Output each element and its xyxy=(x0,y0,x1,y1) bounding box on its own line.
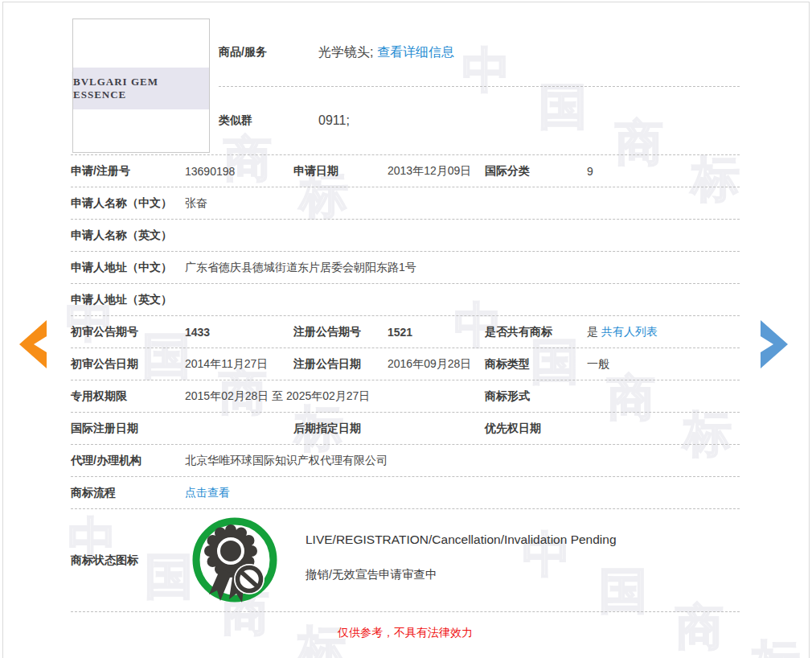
first-pub-date-value: 2014年11月27日 xyxy=(185,357,293,372)
content-area: BVLGARI GEM ESSENCE 商品/服务 光学镜头; 查看详细信息 类… xyxy=(0,0,812,658)
row-applicant-name-cn: 申请人名称（中文） 张奋 xyxy=(71,187,740,220)
applicant-cn-label: 申请人名称（中文） xyxy=(71,196,185,211)
is-shared-label: 是否共有商标 xyxy=(485,325,587,339)
first-pub-date-label: 初审公告日期 xyxy=(71,357,185,372)
status-label: 商标状态图标 xyxy=(71,509,138,611)
app-date-label: 申请日期 xyxy=(293,164,388,179)
intl-class-value: 9 xyxy=(587,165,740,178)
similar-group-value: 0911; xyxy=(318,113,350,128)
disclaimer-row: 仅供参考，不具有法律效力 xyxy=(71,612,740,652)
reg-no-label: 申请/注册号 xyxy=(71,164,185,179)
row-publication-numbers: 初审公告期号 1433 注册公告期号 1521 是否共有商标 是 共有人列表 xyxy=(71,316,740,348)
intl-class-label: 国际分类 xyxy=(485,164,587,179)
trademark-image-text: BVLGARI GEM ESSENCE xyxy=(73,68,209,109)
row-publication-dates: 初审公告日期 2014年11月27日 注册公告日期 2016年09月28日 商标… xyxy=(71,348,740,380)
priority-date-label: 优先权日期 xyxy=(485,422,587,436)
agency-label: 代理/办理机构 xyxy=(71,454,185,468)
trademark-detail-page: 中国商标中国商标中国商标中国商标中国商标中国商标 BVLGARI GEM ESS… xyxy=(0,0,812,658)
row-applicant-address-cn: 申请人地址（中文） 广东省德庆县德城街道东片居委会朝阳东路1号 xyxy=(71,252,740,284)
status-text-english: LIVE/REGISTRATION/Cancellation/Invalidat… xyxy=(306,533,617,547)
first-pub-no-value: 1433 xyxy=(185,326,293,339)
first-pub-no-label: 初审公告期号 xyxy=(71,325,185,339)
trademark-image: BVLGARI GEM ESSENCE xyxy=(72,19,210,153)
row-agency: 代理/办理机构 北京华唯环球国际知识产权代理有限公司 xyxy=(71,445,740,477)
chevron-right-icon xyxy=(759,319,791,370)
applicant-en-label: 申请人名称（英文） xyxy=(71,228,185,243)
app-date-value: 2013年12月09日 xyxy=(388,164,485,179)
applicant-cn-value: 张奋 xyxy=(185,196,740,211)
click-to-view-link[interactable]: 点击查看 xyxy=(185,486,230,499)
previous-record-button[interactable] xyxy=(16,319,48,370)
reg-pub-no-label: 注册公告期号 xyxy=(293,325,388,339)
goods-services-value: 光学镜头; xyxy=(318,44,373,61)
row-registration-number: 申请/注册号 13690198 申请日期 2013年12月09日 国际分类 9 xyxy=(71,155,740,187)
chevron-left-icon xyxy=(16,319,48,370)
intl-reg-date-label: 国际注册日期 xyxy=(71,422,185,436)
addr-cn-value: 广东省德庆县德城街道东片居委会朝阳东路1号 xyxy=(185,261,740,275)
row-exclusive-period: 专用权期限 2015年02月28日 至 2025年02月27日 商标形式 xyxy=(71,380,740,413)
row-applicant-address-en: 申请人地址（英文） xyxy=(71,284,740,316)
status-text-chinese: 撤销/无效宣告申请审查中 xyxy=(306,567,437,582)
row-process: 商标流程 点击查看 xyxy=(71,477,740,509)
is-shared-value: 是 共有人列表 xyxy=(587,325,740,339)
reg-no-value: 13690198 xyxy=(185,165,293,178)
exclusive-period-value: 2015年02月28日 至 2025年02月27日 xyxy=(185,389,485,404)
reg-pub-date-value: 2016年09月28日 xyxy=(388,357,485,372)
tm-type-label: 商标类型 xyxy=(485,357,587,372)
next-record-button[interactable] xyxy=(759,319,791,370)
tm-form-label: 商标形式 xyxy=(485,389,587,404)
reg-pub-date-label: 注册公告日期 xyxy=(293,357,388,372)
late-designation-label: 后期指定日期 xyxy=(293,422,388,436)
row-similar-group: 类似群 0911; xyxy=(219,87,740,154)
agency-value: 北京华唯环球国际知识产权代理有限公司 xyxy=(185,454,740,468)
trademark-status-badge-icon xyxy=(191,516,279,604)
process-label: 商标流程 xyxy=(71,486,185,500)
row-international-dates: 国际注册日期 后期指定日期 优先权日期 xyxy=(71,413,740,445)
tm-type-value: 一般 xyxy=(587,357,740,372)
row-status: 商标状态图标 xyxy=(71,509,740,612)
row-applicant-name-en: 申请人名称（英文） xyxy=(71,220,740,252)
reg-pub-no-value: 1521 xyxy=(388,326,485,339)
exclusive-period-label: 专用权期限 xyxy=(71,389,185,404)
co-owner-list-link[interactable]: 共有人列表 xyxy=(601,325,658,338)
is-shared-answer: 是 xyxy=(587,325,598,338)
similar-group-label: 类似群 xyxy=(219,113,318,128)
addr-en-label: 申请人地址（英文） xyxy=(71,293,185,307)
disclaimer-text: 仅供参考，不具有法律效力 xyxy=(338,626,473,639)
view-details-link[interactable]: 查看详细信息 xyxy=(377,44,454,61)
row-goods-services: 商品/服务 光学镜头; 查看详细信息 xyxy=(219,19,740,87)
goods-services-label: 商品/服务 xyxy=(219,45,318,60)
addr-cn-label: 申请人地址（中文） xyxy=(71,261,185,275)
